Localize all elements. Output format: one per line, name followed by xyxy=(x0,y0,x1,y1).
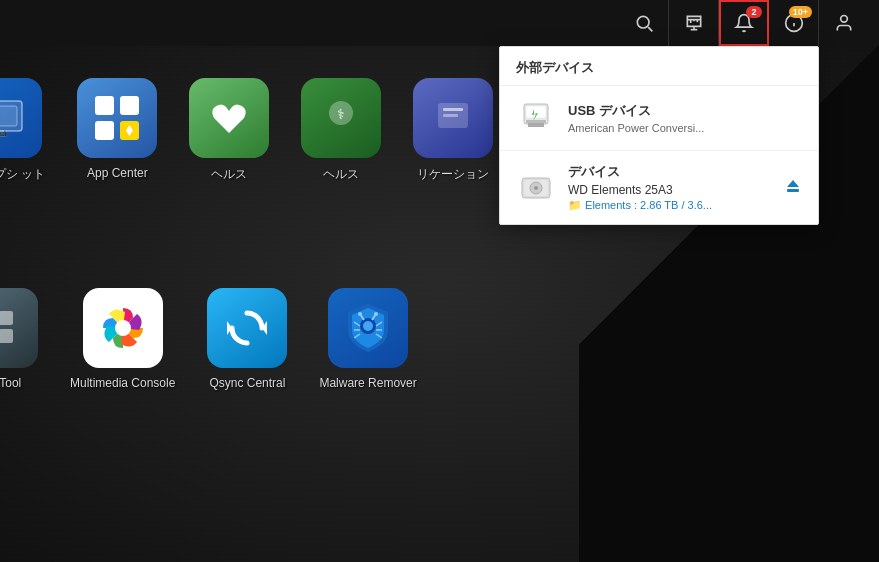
app-item-tiling[interactable]: iling Tool xyxy=(0,280,46,398)
eject-button[interactable] xyxy=(784,177,802,199)
monitor-icon xyxy=(684,13,704,33)
snapshot-icon: 📷 xyxy=(0,78,42,158)
info-badge: 10+ xyxy=(789,6,812,18)
svg-point-28 xyxy=(115,320,131,336)
qsync-icon xyxy=(207,288,287,368)
topbar-icons: 2 10+ xyxy=(619,0,869,46)
app-row-2: iling Tool Mul xyxy=(0,280,425,398)
svg-rect-11 xyxy=(0,106,17,126)
dropdown-header: 外部デバイス xyxy=(500,47,818,86)
unknown-icon: ⚕ xyxy=(301,78,381,158)
svg-point-36 xyxy=(374,312,378,316)
search-button[interactable] xyxy=(619,0,669,46)
hdd-icon xyxy=(516,168,556,208)
svg-rect-46 xyxy=(528,123,544,127)
health-label: ヘルス xyxy=(211,166,247,183)
svg-point-32 xyxy=(363,321,373,331)
app-item-health[interactable]: ヘルス xyxy=(181,70,277,191)
app-center-icon xyxy=(77,78,157,158)
malware-icon xyxy=(328,288,408,368)
usb-device-info: USB デバイス American Power Conversi... xyxy=(568,102,802,134)
app-item-qsync[interactable]: Qsync Central xyxy=(199,280,295,398)
notification-button[interactable]: 2 xyxy=(719,0,769,46)
multimedia-icon xyxy=(83,288,163,368)
app-item-snapshot[interactable]: 📷 スナップシ ット xyxy=(0,70,53,191)
svg-point-35 xyxy=(358,312,362,316)
svg-point-9 xyxy=(841,16,848,23)
application-label: リケーション xyxy=(417,166,489,183)
user-icon xyxy=(834,13,854,33)
app-item-multimedia[interactable]: Multimedia Console xyxy=(62,280,183,398)
svg-text:⚕: ⚕ xyxy=(337,106,345,122)
svg-rect-14 xyxy=(120,96,139,115)
app-center-label: App Center xyxy=(87,166,148,180)
external-devices-dropdown: 外部デバイス USB デバイス American Power Conversi.… xyxy=(499,46,819,225)
svg-rect-21 xyxy=(443,108,463,111)
svg-rect-22 xyxy=(443,114,458,117)
hdd-device-link[interactable]: Elements : 2.86 TB / 3.6... xyxy=(585,199,712,211)
multimedia-label: Multimedia Console xyxy=(70,376,175,390)
svg-rect-24 xyxy=(0,311,13,325)
monitor-button[interactable] xyxy=(669,0,719,46)
app-item-app-center[interactable]: App Center xyxy=(69,70,165,191)
svg-point-0 xyxy=(637,16,649,28)
topbar: 2 10+ xyxy=(0,0,879,46)
app-item-unknown[interactable]: ⚕ ヘルス xyxy=(293,70,389,191)
svg-marker-51 xyxy=(787,180,799,187)
health-icon xyxy=(189,78,269,158)
notification-badge: 2 xyxy=(746,6,762,18)
app-item-malware[interactable]: Malware Remover xyxy=(311,280,424,398)
app-item-application[interactable]: リケーション xyxy=(405,70,501,191)
application-icon xyxy=(413,78,493,158)
svg-rect-45 xyxy=(526,120,546,123)
search-icon xyxy=(634,13,654,33)
svg-line-1 xyxy=(648,27,652,31)
malware-label: Malware Remover xyxy=(319,376,416,390)
unknown-label: ヘルス xyxy=(323,166,359,183)
snapshot-label: スナップシ ット xyxy=(0,166,45,183)
svg-point-50 xyxy=(534,186,538,190)
usb-device-name: USB デバイス xyxy=(568,102,802,120)
user-button[interactable] xyxy=(819,0,869,46)
qsync-label: Qsync Central xyxy=(209,376,285,390)
hdd-device-label: デバイス xyxy=(568,163,772,181)
usb-device-sub: American Power Conversi... xyxy=(568,122,802,134)
hdd-device-item[interactable]: デバイス WD Elements 25A3 📁 Elements : 2.86 … xyxy=(500,151,818,224)
usb-device-item[interactable]: USB デバイス American Power Conversi... xyxy=(500,86,818,151)
hdd-device-info: デバイス WD Elements 25A3 📁 Elements : 2.86 … xyxy=(568,163,772,212)
usb-icon xyxy=(516,98,556,138)
hdd-device-name: WD Elements 25A3 xyxy=(568,183,772,197)
hdd-device-link-icon: 📁 xyxy=(568,199,582,211)
tiling-label: iling Tool xyxy=(0,376,21,390)
app-row-1: 📷 スナップシ ット App Center xyxy=(0,70,501,191)
tiling-icon xyxy=(0,288,38,368)
desktop: 2 10+ xyxy=(0,0,879,562)
svg-text:📷: 📷 xyxy=(0,127,7,137)
info-button[interactable]: 10+ xyxy=(769,0,819,46)
svg-rect-13 xyxy=(95,96,114,115)
svg-rect-52 xyxy=(787,189,799,192)
svg-rect-15 xyxy=(95,121,114,140)
svg-rect-26 xyxy=(0,329,13,343)
